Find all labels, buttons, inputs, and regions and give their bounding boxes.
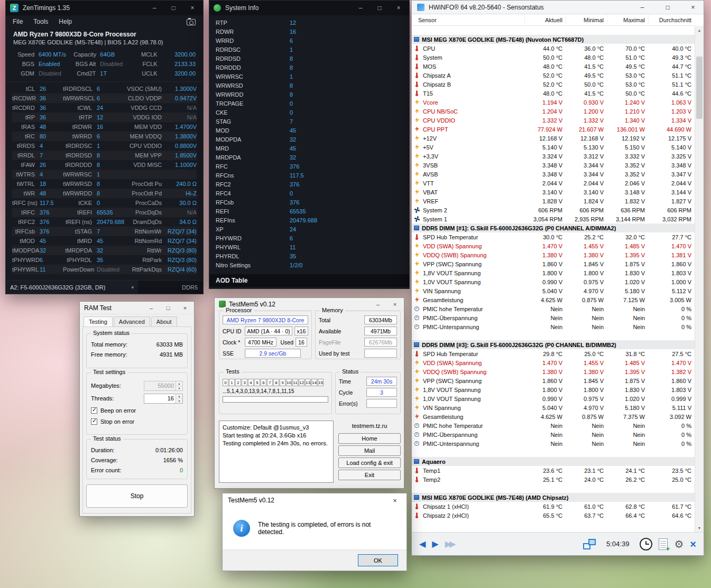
sensor-row[interactable]: 1,8V VOUT Spannung1.800 V1.800 V1.830 V1… bbox=[412, 385, 695, 394]
sensor-row[interactable]: VIN Spannung5.040 V4.970 V5.180 V5.112 V bbox=[412, 286, 695, 295]
scroll-down-icon[interactable]: ▼ bbox=[695, 524, 704, 532]
column-header-minimal[interactable]: Minimal bbox=[566, 14, 607, 25]
spinner-buttons[interactable]: ▲▼ bbox=[176, 381, 182, 390]
close-icon[interactable]: × bbox=[391, 4, 406, 12]
ramtest-titlebar[interactable]: RAM Test – □ × bbox=[80, 302, 194, 314]
sensor-row[interactable]: VDD (SWA) Spannung1.470 V1.455 V1.485 V1… bbox=[412, 241, 695, 250]
sensor-row[interactable]: SPD Hub Temperatur29.8 °C25.0 °C31.8 °C2… bbox=[412, 349, 695, 358]
sensor-row[interactable]: Gesamtleistung4.625 W0.875 W7.375 W3.092… bbox=[412, 412, 695, 421]
maximize-icon[interactable]: □ bbox=[166, 4, 181, 12]
sensor-row[interactable]: VPP (SWC) Spannung1.860 V1.845 V1.875 V1… bbox=[412, 259, 695, 268]
minimize-icon[interactable]: – bbox=[147, 4, 162, 12]
sensor-row[interactable]: Gesamtleistung4.625 W0.875 W7.125 W3.005… bbox=[412, 295, 695, 304]
spin-up-icon[interactable]: ▲ bbox=[176, 394, 182, 399]
load-config-exit-button[interactable]: Load config & exit bbox=[338, 458, 401, 468]
sensor-group-header[interactable]: MSI MEG X870E GODLIKE (MS-7E48) (Nuvoton… bbox=[412, 35, 695, 44]
sensor-row[interactable]: Vcore1.194 V0.930 V1.240 V1.063 V bbox=[412, 98, 695, 107]
sensor-group-header[interactable]: Aquaero bbox=[412, 457, 695, 466]
spinner-buttons[interactable]: ▲▼ bbox=[176, 394, 182, 403]
settings-gear-icon[interactable]: ⚙ bbox=[674, 539, 684, 549]
sensor-row[interactable]: CPU VDDIO1.332 V1.332 V1.340 V1.334 V bbox=[412, 116, 695, 125]
hwinfo-titlebar[interactable]: HWiNFO® 64 v8.20-5640 - Sensorstatus – □… bbox=[412, 1, 704, 14]
vertical-scrollbar[interactable]: ▲ ▼ bbox=[695, 26, 704, 532]
sensor-row[interactable]: VBAT3.140 V3.140 V3.148 V3.144 V bbox=[412, 188, 695, 197]
tab-testing[interactable]: Testing bbox=[84, 316, 113, 326]
sensor-row[interactable]: VREF1.828 V1.824 V1.832 V1.827 V bbox=[412, 197, 695, 206]
minimize-icon[interactable]: – bbox=[371, 298, 385, 310]
beep-on-error-checkbox[interactable] bbox=[91, 407, 97, 414]
sensor-row[interactable]: PMIC-UnterspannungNeinNeinNein0 % bbox=[412, 439, 695, 448]
sensor-row[interactable]: PMIC-ÜberspannungNeinNeinNein0 % bbox=[412, 313, 695, 322]
sensor-row[interactable]: System 2606 RPM606 RPM636 RPM606 RPM bbox=[412, 206, 695, 214]
sensor-row[interactable]: Chipsatz 1 (xHCI)61.9 °C61.0 °C62.8 °C61… bbox=[412, 502, 695, 511]
column-header-maximal[interactable]: Maximal bbox=[607, 14, 648, 25]
threads-stepper[interactable]: 16 ▲▼ bbox=[144, 394, 183, 404]
sensor-row[interactable]: +12V12.168 V12.168 V12.192 V12.175 V bbox=[412, 134, 695, 143]
sensor-row[interactable]: VIN Spannung5.040 V4.970 V5.180 V5.111 V bbox=[412, 403, 695, 412]
dimm-selector-dropdown[interactable]: A2: F5-6000J2636G32G (32GB, DR) ▾ bbox=[6, 281, 138, 294]
clock-icon[interactable] bbox=[640, 538, 652, 550]
sensor-row[interactable]: Chipsatz 2 (xHCI)65.5 °C63.7 °C66.4 °C64… bbox=[412, 511, 695, 520]
home-button[interactable]: Home bbox=[338, 433, 401, 444]
ok-button[interactable]: OK bbox=[358, 554, 398, 566]
sensor-row[interactable]: PMIC-UnterspannungNeinNeinNein0 % bbox=[412, 322, 695, 331]
sensor-row[interactable]: 1,0V VOUT Spannung0.990 V0.975 V1.020 V1… bbox=[412, 277, 695, 286]
sensor-row[interactable]: VPP (SWC) Spannung1.860 V1.845 V1.875 V1… bbox=[412, 376, 695, 385]
megabytes-stepper[interactable]: 55000 ▲▼ bbox=[144, 381, 183, 391]
sensor-row[interactable]: VTT2.044 V2.044 V2.046 V2.044 V bbox=[412, 179, 695, 188]
sensor-group-header[interactable]: MSI MEG X870E GODLIKE (MS-7E48) (AMD Chi… bbox=[412, 493, 695, 502]
report-icon[interactable] bbox=[659, 538, 668, 550]
scrollbar-thumb[interactable] bbox=[696, 57, 703, 119]
sensor-group-header[interactable]: DDR5 DIMM [#3]: G.Skill F5-6000J2636G32G… bbox=[412, 340, 695, 349]
stop-button[interactable]: Stop bbox=[86, 484, 188, 508]
aod-table-section-header[interactable]: AOD Table bbox=[209, 274, 409, 287]
sensor-row[interactable]: AVSB3.348 V3.344 V3.352 V3.347 V bbox=[412, 170, 695, 179]
sensor-row[interactable]: System 13,054 RPM2,935 RPM3,144 RPM3,032… bbox=[412, 214, 695, 223]
spin-up-icon[interactable]: ▲ bbox=[176, 381, 182, 386]
tab-advanced[interactable]: Advanced bbox=[114, 316, 150, 326]
system-info-titlebar[interactable]: System Info – □ × bbox=[209, 1, 409, 15]
close-icon[interactable]: × bbox=[178, 302, 192, 314]
column-header-aktuell[interactable]: Aktuell bbox=[524, 14, 566, 25]
close-icon[interactable]: × bbox=[185, 4, 200, 12]
fast-forward-icon[interactable]: ▶▶ bbox=[445, 540, 454, 548]
screenshot-camera-icon[interactable] bbox=[187, 19, 196, 25]
sensor-row[interactable]: CPU NB/SoC1.204 V1.200 V1.210 V1.203 V bbox=[412, 107, 695, 116]
sensor-row[interactable]: T1548.0 °C41.5 °C50.0 °C44.6 °C bbox=[412, 89, 695, 98]
sensor-row[interactable]: Temp123.6 °C23.1 °C24.1 °C23.5 °C bbox=[412, 466, 695, 475]
sensor-row[interactable]: 3VSB3.348 V3.344 V3.352 V3.348 V bbox=[412, 161, 695, 170]
close-icon[interactable]: × bbox=[383, 493, 407, 507]
sensor-row[interactable]: +3,3V3.324 V3.312 V3.332 V3.325 V bbox=[412, 152, 695, 161]
sensor-row[interactable]: PMIC hohe TemperaturNeinNeinNein0 % bbox=[412, 304, 695, 313]
maximize-icon[interactable]: □ bbox=[657, 1, 678, 14]
previous-arrow-icon[interactable]: ◀ bbox=[419, 540, 426, 548]
sensor-row[interactable]: 1,0V VOUT Spannung0.990 V0.975 V1.020 V0… bbox=[412, 394, 695, 403]
close-icon[interactable]: × bbox=[388, 298, 402, 310]
close-icon[interactable]: × bbox=[682, 1, 704, 14]
spin-down-icon[interactable]: ▼ bbox=[176, 386, 182, 390]
sensor-row[interactable]: PMIC hohe TemperaturNeinNeinNein0 % bbox=[412, 421, 695, 430]
next-arrow-icon[interactable]: ▶ bbox=[432, 540, 438, 548]
column-header-sensor[interactable]: Sensor bbox=[412, 17, 524, 23]
sensor-row[interactable]: VDDQ (SWB) Spannung1.380 V1.380 V1.395 V… bbox=[412, 367, 695, 376]
sensor-row[interactable]: 1,8V VOUT Spannung1.800 V1.800 V1.830 V1… bbox=[412, 268, 695, 277]
dialog-titlebar[interactable]: TestMem5 v0.12 × bbox=[223, 493, 407, 507]
sensor-group-header[interactable]: DDR5 DIMM [#1]: G.Skill F5-6000J2636G32G… bbox=[412, 223, 695, 232]
sensor-row[interactable]: CPU PPT77.924 W21.607 W136.001 W44.690 W bbox=[412, 125, 695, 134]
sensor-row[interactable]: +5V5.140 V5.130 V5.150 V5.140 V bbox=[412, 143, 695, 152]
sensor-row[interactable]: Chipsatz B52.0 °C50.0 °C53.0 °C51.1 °C bbox=[412, 80, 695, 89]
maximize-icon[interactable]: □ bbox=[161, 302, 175, 314]
sensor-row[interactable]: VDD (SWA) Spannung1.470 V1.455 V1.485 V1… bbox=[412, 358, 695, 367]
sensor-row[interactable]: System50.0 °C48.0 °C51.0 °C49.3 °C bbox=[412, 53, 695, 62]
close-sensors-icon[interactable]: × bbox=[690, 539, 696, 549]
sensor-row[interactable]: CPU44.0 °C36.0 °C70.0 °C40.0 °C bbox=[412, 44, 695, 53]
column-header-durchschnitt[interactable]: Durchschnitt bbox=[648, 14, 695, 25]
stop-on-error-checkbox[interactable] bbox=[91, 418, 97, 425]
exit-button[interactable]: Exit bbox=[338, 470, 401, 480]
sensor-row[interactable]: MOS48.0 °C41.5 °C49.5 °C44.7 °C bbox=[412, 62, 695, 71]
mail-button[interactable]: Mail bbox=[338, 445, 401, 456]
sensor-row[interactable]: VDDQ (SWB) Spannung1.380 V1.380 V1.395 V… bbox=[412, 250, 695, 259]
menu-item-file[interactable]: File bbox=[8, 17, 27, 26]
minimize-icon[interactable]: – bbox=[353, 4, 368, 12]
menu-item-tools[interactable]: Tools bbox=[29, 17, 53, 26]
